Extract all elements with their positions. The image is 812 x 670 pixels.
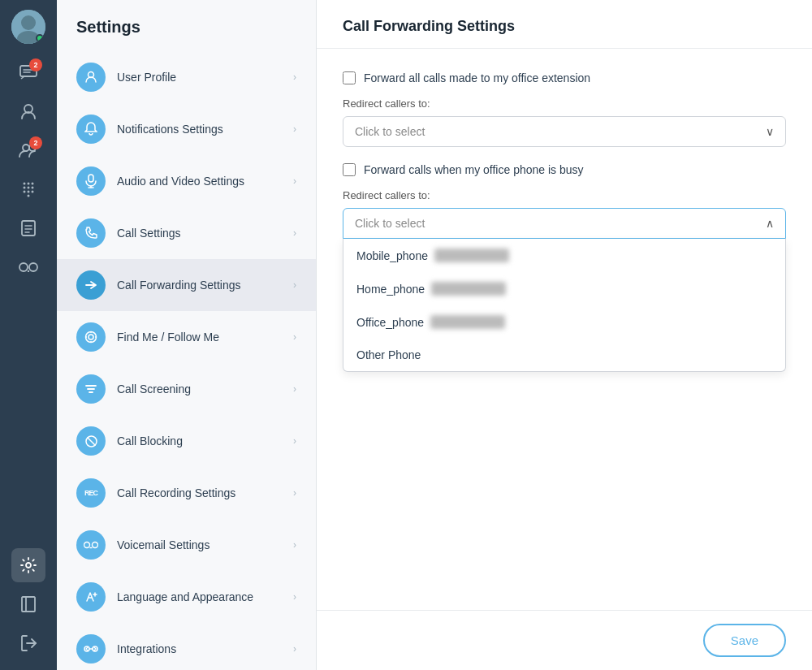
call-blocking-chevron: ›: [293, 435, 296, 447]
settings-nav-button[interactable]: [11, 548, 45, 582]
call-settings-icon: [76, 218, 106, 248]
logout-nav-button[interactable]: [11, 626, 45, 660]
call-screening-icon: [76, 374, 106, 404]
redirect2-select-chevron-icon: ∧: [766, 217, 774, 230]
svg-point-10: [24, 187, 26, 189]
call-blocking-label: Call Blocking: [117, 434, 282, 447]
dropdown-option-office[interactable]: Office_phone 14152616601: [343, 305, 785, 339]
voicemail-nav-button[interactable]: [11, 250, 45, 284]
call-forwarding-settings-label: Call Forwarding Settings: [117, 279, 282, 292]
contacts-nav-button[interactable]: [11, 94, 45, 128]
team-nav-button[interactable]: 2: [11, 133, 45, 167]
redirect2-select[interactable]: Click to select ∧: [343, 208, 786, 239]
audio-video-settings-chevron: ›: [293, 175, 296, 187]
sidebar-item-user-profile[interactable]: User Profile ›: [57, 51, 316, 103]
svg-point-19: [29, 263, 37, 271]
settings-menu: User Profile › Notifications Settings ›: [57, 51, 316, 670]
svg-line-34: [87, 437, 95, 445]
sidebar-item-call-settings[interactable]: Call Settings ›: [57, 207, 316, 259]
sidebar-item-language-and-appearance[interactable]: Language and Appearance ›: [57, 571, 316, 623]
integrations-label: Integrations: [117, 642, 282, 655]
find-me-follow-me-chevron: ›: [293, 331, 296, 343]
online-status-dot: [36, 34, 44, 42]
sidebar-item-notifications-settings[interactable]: Notifications Settings ›: [57, 103, 316, 155]
sidebar-item-integrations[interactable]: Integrations ›: [57, 623, 316, 670]
avatar[interactable]: [11, 10, 45, 44]
call-recording-settings-chevron: ›: [293, 487, 296, 499]
forward-busy-calls-label: Forward calls when my office phone is bu…: [364, 163, 584, 176]
svg-rect-24: [89, 175, 93, 182]
messages-nav-button[interactable]: 2: [11, 55, 45, 89]
main-footer: Save: [317, 610, 812, 670]
tasks-nav-button[interactable]: [11, 211, 45, 245]
call-recording-settings-label: Call Recording Settings: [117, 486, 282, 499]
call-screening-chevron: ›: [293, 383, 296, 395]
page-title: Call Forwarding Settings: [317, 0, 812, 49]
svg-point-1: [21, 15, 36, 30]
call-forwarding-settings-chevron: ›: [293, 279, 296, 291]
notifications-settings-chevron: ›: [293, 123, 296, 135]
sidebar-item-audio-video-settings[interactable]: Audio and Video Settings ›: [57, 155, 316, 207]
redirect1-select[interactable]: Click to select ∨: [343, 116, 786, 147]
call-settings-chevron: ›: [293, 227, 296, 239]
language-and-appearance-icon: [76, 582, 106, 612]
user-profile-label: User Profile: [117, 71, 282, 84]
svg-point-38: [84, 646, 89, 651]
svg-point-36: [93, 542, 98, 548]
svg-point-11: [28, 187, 30, 189]
svg-point-8: [28, 183, 30, 185]
sidebar-item-call-screening[interactable]: Call Screening ›: [57, 363, 316, 415]
svg-point-35: [84, 542, 90, 548]
messages-badge: 2: [29, 58, 42, 71]
svg-point-18: [19, 263, 28, 271]
find-me-follow-me-label: Find Me / Follow Me: [117, 331, 282, 344]
dropdown-option-other[interactable]: Other Phone: [343, 339, 785, 371]
svg-point-27: [89, 335, 93, 339]
svg-point-14: [28, 191, 30, 193]
mobile-phone-number: 14154976918: [434, 249, 509, 262]
dialpad-nav-button[interactable]: [11, 172, 45, 206]
find-me-follow-me-icon: [76, 322, 106, 352]
call-screening-label: Call Screening: [117, 383, 282, 396]
integrations-icon: [76, 634, 106, 664]
sidebar-item-call-recording-settings[interactable]: REC Call Recording Settings ›: [57, 467, 316, 519]
forward-all-calls-row: Forward all calls made to my office exte…: [343, 71, 786, 84]
dropdown-option-home[interactable]: Home_phone 14157217717: [343, 272, 785, 305]
main-content: Call Forwarding Settings Forward all cal…: [317, 0, 812, 670]
sidebar-item-find-me-follow-me[interactable]: Find Me / Follow Me ›: [57, 311, 316, 363]
forward-all-calls-checkbox[interactable]: [343, 71, 356, 84]
settings-sidebar: Settings User Profile › Notifications Se…: [57, 0, 317, 670]
language-and-appearance-label: Language and Appearance: [117, 590, 282, 603]
voicemail-settings-icon: [76, 530, 106, 560]
svg-point-39: [93, 646, 97, 651]
sidebar-item-voicemail-settings[interactable]: Voicemail Settings ›: [57, 519, 316, 571]
call-settings-label: Call Settings: [117, 227, 282, 240]
svg-rect-17: [22, 221, 35, 236]
user-profile-icon: [76, 63, 106, 92]
dropdown-option-mobile[interactable]: Mobile_phone 14154976918: [343, 239, 785, 272]
redirect1-select-chevron-icon: ∨: [766, 125, 774, 138]
language-and-appearance-chevron: ›: [293, 591, 296, 603]
redirect2-dropdown-menu: Mobile_phone 14154976918 Home_phone 1415…: [343, 239, 786, 372]
redirect2-label: Redirect callers to:: [343, 189, 786, 201]
office-phone-number: 14152616601: [430, 315, 505, 329]
save-button[interactable]: Save: [703, 624, 786, 657]
svg-point-9: [32, 183, 34, 185]
home-phone-number: 14157217717: [431, 282, 506, 296]
redirect1-label: Redirect callers to:: [343, 97, 786, 110]
integrations-chevron: ›: [293, 643, 296, 655]
sidebar-item-call-forwarding-settings[interactable]: Call Forwarding Settings ›: [57, 259, 316, 311]
svg-point-28: [86, 332, 97, 343]
sidebar-item-call-blocking[interactable]: Call Blocking ›: [57, 415, 316, 467]
team-badge: 2: [29, 136, 42, 149]
forward-busy-calls-checkbox[interactable]: [343, 163, 356, 176]
voicemail-settings-label: Voicemail Settings: [117, 538, 282, 551]
book-nav-button[interactable]: [11, 587, 45, 621]
mobile-phone-label: Mobile_phone: [356, 249, 428, 262]
redirect1-select-placeholder: Click to select: [355, 125, 425, 138]
settings-title: Settings: [57, 0, 316, 51]
svg-point-13: [24, 191, 26, 193]
office-phone-label: Office_phone: [356, 316, 424, 329]
main-body: Forward all calls made to my office exte…: [317, 49, 812, 610]
svg-point-7: [24, 183, 26, 185]
